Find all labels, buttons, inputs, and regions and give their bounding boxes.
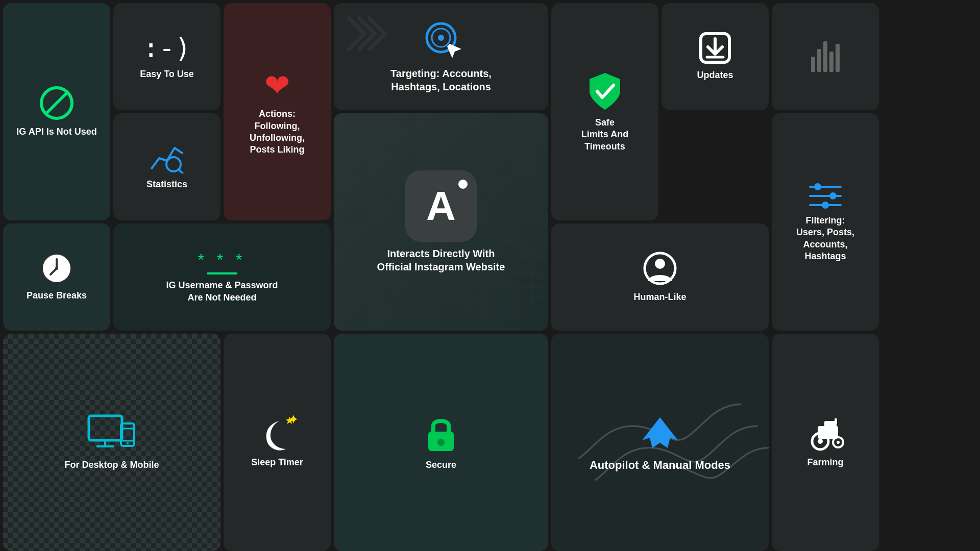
tile-targeting: Targeting: Accounts,Hashtags, Locations: [334, 3, 548, 110]
chevron-bg-decoration: [339, 8, 400, 71]
tractor-icon: [805, 416, 846, 452]
no-entry-icon: [39, 85, 75, 121]
ig-api-label: IG API Is Not Used: [16, 126, 96, 138]
bars-icon: [811, 41, 840, 72]
shield-icon: [587, 71, 623, 112]
tile-actions: ❤ Actions:Following,Unfollowing,Posts Li…: [224, 3, 331, 220]
cursor-icon: [421, 20, 461, 61]
devices-icon: [86, 413, 137, 454]
tile-desktop: For Desktop & Mobile: [3, 334, 220, 551]
user-circle-icon: [642, 251, 678, 286]
safe-limits-label: SafeLimits AndTimeouts: [581, 117, 628, 153]
svg-point-43: [818, 439, 823, 444]
tile-easy-to-use: :-) Easy To Use: [113, 3, 220, 110]
tile-statistics: Statistics: [113, 113, 220, 220]
svg-point-25: [55, 267, 58, 270]
clock-icon: [40, 252, 73, 285]
tile-autopilot: Autopilot & Manual Modes: [551, 334, 769, 551]
svg-point-4: [438, 35, 444, 41]
desktop-label: For Desktop & Mobile: [64, 459, 159, 471]
svg-line-10: [179, 169, 183, 173]
svg-rect-37: [437, 439, 445, 446]
tile-human-like: Human-Like: [551, 223, 769, 331]
tile-filtering: Filtering:Users, Posts,Accounts,Hashtags: [772, 113, 879, 331]
updates-label: Updates: [697, 69, 733, 81]
lock-icon: [423, 413, 459, 454]
app-a-letter: A: [426, 183, 456, 230]
tile-pause: Pause Breaks: [3, 223, 110, 331]
tile-center-main: A Interacts Directly WithOfficial Instag…: [334, 113, 548, 331]
sleep-label: Sleep Timer: [251, 457, 303, 468]
targeting-label: Targeting: Accounts,Hashtags, Locations: [390, 67, 492, 93]
svg-point-27: [655, 259, 665, 269]
actions-label: Actions:Following,Unfollowing,Posts Liki…: [250, 108, 305, 156]
autopilot-label: Autopilot & Manual Modes: [590, 458, 730, 473]
download-icon: [699, 32, 731, 64]
human-like-label: Human-Like: [633, 291, 686, 303]
tile-ig-api: IG API Is Not Used: [3, 3, 110, 220]
svg-rect-41: [835, 418, 837, 424]
plane-icon: [637, 412, 683, 453]
svg-marker-5: [447, 44, 461, 58]
tile-farming: Farming: [772, 334, 879, 551]
tile-username: * * * IG Username & PasswordAre Not Need…: [113, 223, 331, 331]
smiley-icon: :-): [143, 33, 191, 63]
svg-point-16: [814, 183, 821, 190]
app-logo-container: A: [405, 170, 477, 242]
asterisks-icon: * * *: [198, 251, 246, 269]
svg-point-45: [837, 441, 840, 444]
svg-point-34: [127, 442, 129, 444]
stats-icon: [149, 143, 185, 173]
secure-label: Secure: [426, 459, 456, 471]
heart-icon: ❤: [264, 67, 290, 103]
tile-secure: Secure: [334, 334, 548, 551]
filtering-label: Filtering:Users, Posts,Accounts,Hashtags: [796, 215, 854, 263]
moon-icon: ✦: [259, 416, 295, 452]
easy-to-use-label: Easy To Use: [140, 68, 194, 80]
pause-label: Pause Breaks: [27, 290, 87, 302]
tile-sleep: ✦ Sleep Timer: [224, 334, 331, 551]
svg-rect-28: [89, 416, 122, 440]
svg-point-18: [829, 192, 837, 199]
sliders-icon: [807, 182, 843, 210]
svg-point-20: [822, 202, 829, 209]
tile-rightmost-top: [772, 3, 879, 110]
farming-label: Farming: [807, 457, 843, 468]
statistics-label: Statistics: [146, 179, 187, 190]
asterisk-underline: [207, 272, 237, 274]
app-dot: [458, 180, 468, 189]
tile-safe-limits: SafeLimits AndTimeouts: [551, 3, 658, 220]
username-label: IG Username & PasswordAre Not Needed: [166, 280, 278, 304]
center-main-label: Interacts Directly WithOfficial Instagra…: [377, 247, 505, 273]
tile-updates: Updates: [662, 3, 769, 110]
svg-line-1: [46, 93, 67, 113]
